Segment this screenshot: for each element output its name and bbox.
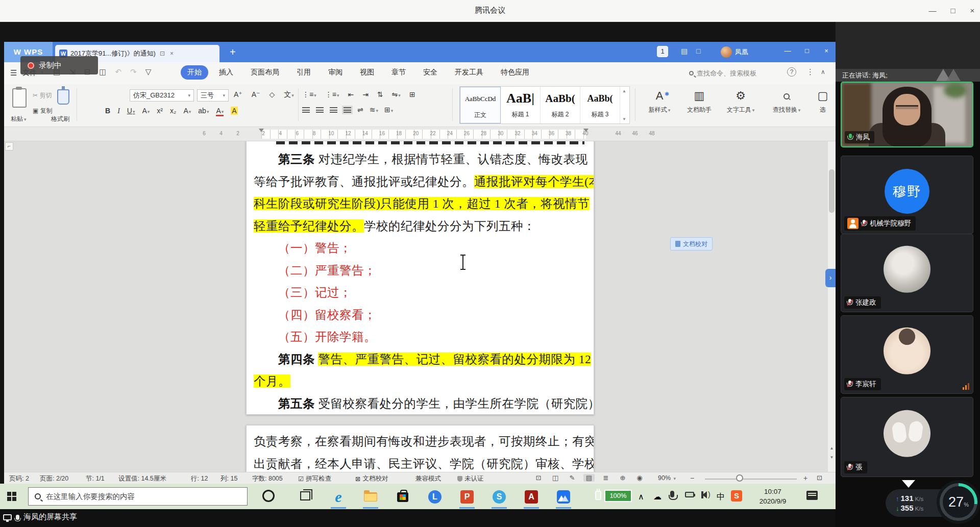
menu-视图[interactable]: 视图 — [353, 65, 381, 80]
account-name[interactable]: 凤凰 — [735, 47, 748, 57]
app-acrobat-icon[interactable]: A — [520, 487, 543, 507]
collapse-ribbon-icon[interactable]: ∧ — [821, 68, 825, 76]
font-size-select[interactable]: 三号▾ — [197, 89, 229, 102]
gallery-scroll-icons[interactable]: ▲▼ — [620, 87, 628, 123]
web-layout-icon[interactable]: ⊕ — [617, 474, 628, 482]
taskbar-search[interactable]: 在这里输入你要搜索的内容 — [28, 487, 248, 506]
style-正文[interactable]: AaBbCcDd正文 — [460, 87, 501, 123]
prev-page-icon[interactable]: ▲ — [828, 445, 835, 452]
copy-button[interactable]: ▣ 复制 — [33, 107, 53, 115]
app-file-explorer-icon[interactable] — [359, 487, 382, 507]
menu-开发工具[interactable]: 开发工具 — [448, 65, 490, 80]
zoom-slider-knob[interactable] — [736, 474, 743, 482]
underline-icon[interactable]: U▾ — [127, 107, 135, 115]
read-layout-icon[interactable]: ◫ — [550, 474, 561, 482]
panel-collapse-icon[interactable] — [902, 480, 915, 488]
tab-stop-selector[interactable]: ⌐ — [5, 142, 13, 150]
zoom-slider[interactable] — [705, 479, 797, 480]
style-标题 1[interactable]: AaB|标题 1 — [501, 87, 541, 123]
style-标题 2[interactable]: AaBb(标题 2 — [541, 87, 580, 123]
scrollbar-thumb[interactable] — [829, 169, 835, 213]
borders-icon[interactable]: ⊞▾ — [384, 106, 393, 114]
italic-icon[interactable]: I — [117, 107, 120, 115]
sidebar-expand-icon[interactable]: › — [825, 269, 836, 287]
horizontal-ruler[interactable]: 6422468101214161820222426283032343638404… — [4, 127, 836, 141]
font-color-icon[interactable]: A▾ — [216, 107, 224, 116]
document-page-1[interactable]: 第三条 对违纪学生，根据情节轻重、认错态度、悔改表现等给予批评教育、通报批评或纪… — [246, 141, 594, 415]
bullet-list-icon[interactable]: ⋮≡▾ — [302, 90, 316, 98]
table-icon[interactable]: ⊞ — [409, 90, 415, 98]
doc-proof-button[interactable]: ⊠ 文档校对 — [355, 474, 388, 483]
cut-button[interactable]: ✂ 剪切 — [33, 91, 52, 100]
app-l-app-icon[interactable]: L — [423, 487, 447, 507]
hamburger-icon[interactable]: ☰ — [10, 68, 17, 78]
align-left-icon[interactable] — [302, 107, 310, 113]
select-button[interactable]: ▢选 — [811, 84, 835, 127]
tab-screen-icon[interactable]: ⊡ — [159, 50, 166, 57]
fit-page-icon[interactable]: ⊡ — [817, 474, 822, 482]
power-plug-icon[interactable] — [595, 491, 601, 500]
print-preview-icon[interactable]: ◫ — [99, 67, 106, 77]
char-shading-icon[interactable]: A▾ — [183, 107, 191, 115]
cloud-icon[interactable]: ☁ — [653, 492, 662, 501]
task-view-icon[interactable] — [300, 491, 310, 500]
participant-tile-2[interactable]: 穆野机械学院穆野 — [841, 156, 973, 234]
align-justify-icon[interactable] — [344, 107, 351, 113]
more-options-icon[interactable]: ⋮ — [806, 67, 814, 77]
zoom-in-icon[interactable]: + — [803, 474, 807, 482]
align-center-icon[interactable] — [316, 107, 324, 113]
app-skype-icon[interactable]: S — [487, 487, 511, 507]
strikethrough-icon[interactable]: ab▾ — [198, 107, 209, 115]
tray-expand-icon[interactable]: ∧ — [638, 492, 644, 501]
bold-icon[interactable]: B — [105, 107, 110, 115]
new-tab-icon[interactable]: + — [230, 45, 236, 59]
format-painter-icon[interactable] — [57, 89, 69, 105]
char-scale-icon[interactable]: ⇋▾ — [392, 90, 401, 98]
char-border-icon[interactable]: A▾ — [142, 107, 150, 115]
spell-check-button[interactable]: ☑ 拼写检查 — [298, 474, 331, 483]
maximize-icon[interactable]: □ — [945, 5, 961, 17]
sogou-input-icon[interactable]: S — [731, 490, 742, 501]
ime-indicator[interactable]: 中 — [717, 492, 725, 503]
system-clock[interactable]: 10:07 2020/9/9 — [749, 487, 796, 506]
paste-button[interactable]: 粘贴▾ — [11, 115, 27, 123]
style-标题 3[interactable]: AaBb(标题 3 — [580, 87, 620, 123]
battery-level-badge[interactable]: 100% — [604, 490, 632, 502]
zoom-level[interactable]: 90% ▾ — [658, 474, 676, 482]
new-style-button[interactable]: A✱新样式▾ — [641, 84, 678, 127]
battery-tray-icon[interactable] — [685, 492, 694, 497]
doc-proofread-float-button[interactable]: 文档校对 — [670, 237, 713, 250]
menu-审阅[interactable]: 审阅 — [322, 65, 349, 80]
document-page-2[interactable]: 负责考察，在察看期间有悔改和进步表现者，可按期终止；有突出贡献者，经本人申请、民… — [246, 425, 594, 472]
outline-view-icon[interactable]: ≣ — [600, 474, 611, 482]
wps-close-icon[interactable]: × — [820, 47, 833, 55]
menu-章节[interactable]: 章节 — [385, 65, 412, 80]
app-tencent-meeting-icon[interactable] — [552, 487, 575, 507]
phonetic-guide-icon[interactable]: 文▾ — [284, 90, 294, 99]
clear-format-icon[interactable]: ◇ — [269, 90, 275, 99]
app-edge-icon[interactable]: e — [327, 487, 350, 507]
superscript-icon[interactable]: x² — [157, 107, 163, 115]
align-right-icon[interactable] — [330, 107, 337, 113]
action-center-icon[interactable] — [806, 491, 818, 500]
fullscreen-view-icon[interactable]: ⊡ — [533, 474, 544, 482]
help-icon[interactable]: ? — [787, 67, 796, 77]
shrink-font-icon[interactable]: A⁻ — [252, 90, 260, 99]
next-page-icon[interactable]: ▼ — [828, 454, 835, 461]
zoom-out-icon[interactable]: − — [690, 474, 694, 482]
sort-icon[interactable]: ⇅ — [377, 90, 383, 98]
cert-status[interactable]: 未认证 — [457, 474, 484, 483]
wps-maximize-icon[interactable]: □ — [800, 47, 814, 55]
menu-安全[interactable]: 安全 — [416, 65, 444, 80]
participant-tile-5[interactable]: 張 — [841, 397, 973, 477]
decrease-indent-icon[interactable]: ⇤ — [348, 90, 354, 98]
tab-close-icon[interactable]: × — [169, 50, 175, 57]
app-ms-store-icon[interactable] — [391, 487, 414, 507]
app-powerpoint-icon[interactable]: P — [455, 487, 479, 507]
document-area[interactable]: ⌐ 第三条 对违纪学生，根据情节轻重、认错态度、悔改表现等给予批评教育、通报批评… — [4, 141, 827, 472]
font-name-select[interactable]: 仿宋_GB2312▾ — [130, 89, 194, 102]
doc-assistant-button[interactable]: ▥文档助手 — [681, 84, 718, 127]
undo-icon[interactable]: ↶ — [115, 67, 122, 77]
participant-tile-4[interactable]: 李宸轩 — [841, 315, 973, 394]
integrate-window-icon[interactable]: □ — [696, 47, 700, 55]
